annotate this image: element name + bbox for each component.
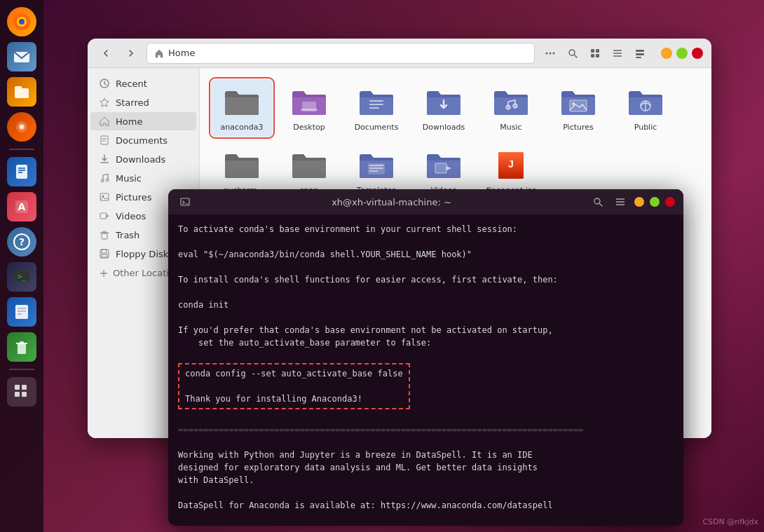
svg-line-84	[600, 204, 603, 207]
taskbar-writer[interactable]	[7, 157, 36, 186]
video-icon	[99, 210, 110, 221]
svg-rect-7	[16, 165, 27, 179]
taskbar-software[interactable]: A	[7, 192, 36, 221]
terminal-highlight-box: conda config --set auto_activate_base fa…	[178, 363, 410, 409]
taskbar-trash[interactable]	[7, 332, 36, 362]
term-line-7: conda config --set auto_activate_base fa…	[185, 367, 403, 380]
folder-icon-videos	[425, 146, 462, 183]
sidebar-item-recent[interactable]: Recent	[90, 74, 196, 93]
svg-text:J: J	[508, 158, 514, 170]
maximize-button[interactable]	[676, 48, 688, 59]
taskbar-mail[interactable]	[7, 42, 36, 71]
file-label-anaconda3: anaconda3	[221, 123, 264, 132]
file-item-documents[interactable]: Documents	[346, 79, 407, 137]
clock-icon	[99, 78, 110, 89]
file-label-music: Music	[500, 123, 521, 132]
taskbar-terminal[interactable]: >_	[7, 262, 36, 292]
svg-rect-42	[636, 57, 641, 58]
home-sidebar-icon	[99, 116, 110, 127]
taskbar-sound[interactable]	[7, 112, 36, 142]
svg-point-2	[19, 19, 25, 25]
taskbar-files[interactable]	[7, 77, 36, 107]
svg-marker-44	[100, 98, 109, 107]
svg-rect-67	[369, 107, 379, 109]
svg-rect-65	[369, 100, 383, 102]
file-label-desktop: Desktop	[293, 123, 325, 132]
terminal-icon-button[interactable]	[177, 193, 193, 210]
svg-line-32	[575, 55, 578, 57]
term-line-2: eval "$(~/anaconda3/bin/conda shell.YOUR…	[178, 248, 674, 261]
terminal-close[interactable]	[665, 197, 675, 207]
folder-icon-downloads	[425, 83, 462, 120]
svg-text:>_: >_	[18, 273, 27, 281]
nav-back-button[interactable]	[96, 43, 116, 63]
svg-rect-36	[596, 54, 599, 57]
java-file-icon: J	[493, 146, 529, 183]
svg-rect-45	[101, 136, 108, 144]
term-line-3: To install conda's shell functions for e…	[178, 273, 674, 286]
trash-icon	[99, 229, 110, 240]
terminal-body[interactable]: To activate conda's base environment in …	[168, 214, 683, 526]
sidebar-item-documents[interactable]: Documents	[90, 131, 196, 149]
term-line-9: Working with Python and Jupyter is a bre…	[178, 449, 674, 461]
file-manager-titlebar: Home	[88, 39, 711, 68]
svg-rect-66	[369, 104, 383, 105]
sidebar-item-starred[interactable]: Starred	[90, 93, 196, 111]
terminal-minimize[interactable]	[634, 197, 644, 207]
taskbar-notes[interactable]	[7, 297, 36, 327]
folder-icon-pictures	[560, 83, 596, 120]
file-item-desktop[interactable]: Desktop	[278, 79, 340, 137]
file-item-anaconda3[interactable]: anaconda3	[211, 79, 273, 137]
list-view-button[interactable]	[630, 43, 650, 63]
svg-rect-17	[15, 305, 28, 319]
sidebar-item-downloads[interactable]: Downloads	[90, 150, 196, 168]
close-button[interactable]	[692, 48, 703, 59]
window-controls	[661, 48, 703, 59]
term-line-6: set the auto_activate_base parameter to …	[178, 336, 674, 349]
taskbar-show-apps[interactable]	[7, 377, 36, 407]
term-line-12: DataSpell for Anaconda is available at: …	[178, 499, 674, 512]
search-button[interactable]	[563, 43, 582, 63]
file-label-downloads: Downloads	[423, 123, 465, 132]
taskbar-help[interactable]: ?	[7, 227, 36, 257]
minimize-button[interactable]	[661, 48, 672, 59]
term-line-5: If you'd prefer that conda's base enviro…	[178, 324, 674, 336]
file-item-pictures[interactable]: Pictures	[547, 79, 609, 137]
terminal-menu-button[interactable]	[612, 193, 629, 210]
folder-icon-pycharm	[224, 146, 260, 183]
file-item-music[interactable]: Music	[480, 79, 542, 137]
taskbar-divider-1	[9, 149, 34, 150]
toolbar-icons	[540, 43, 650, 63]
view-toggle-button[interactable]	[608, 43, 627, 63]
sidebar-item-home[interactable]: Home	[90, 112, 196, 130]
sidebar-item-music[interactable]: Music	[90, 169, 196, 187]
file-item-downloads[interactable]: Downloads	[413, 79, 475, 137]
svg-rect-51	[100, 193, 109, 200]
svg-point-28	[546, 52, 548, 54]
taskbar-firefox[interactable]	[7, 7, 36, 36]
svg-text:A: A	[18, 201, 26, 212]
folder-icon-desktop	[291, 83, 327, 120]
svg-rect-59	[102, 250, 107, 253]
download-icon	[99, 154, 110, 165]
grid-view-button[interactable]	[585, 43, 605, 63]
home-icon	[154, 48, 164, 58]
svg-rect-21	[18, 344, 26, 354]
svg-rect-41	[636, 53, 644, 55]
folder-icon-snap	[291, 146, 327, 183]
file-item-public[interactable]: Public	[615, 79, 676, 137]
svg-point-29	[550, 52, 552, 54]
options-button[interactable]	[540, 43, 560, 63]
terminal-search-button[interactable]	[589, 193, 606, 210]
nav-forward-button[interactable]	[121, 43, 141, 63]
terminal-window: xh@xh-virtual-machine: ~ To activate con…	[168, 189, 683, 526]
svg-rect-57	[103, 231, 106, 233]
terminal-maximize[interactable]	[650, 197, 660, 207]
term-separator: ========================================…	[178, 423, 674, 436]
svg-rect-26	[15, 392, 20, 397]
floppy-icon	[99, 248, 110, 259]
address-bar[interactable]: Home	[146, 43, 535, 64]
taskbar-divider-2	[9, 369, 34, 370]
svg-rect-76	[435, 163, 446, 173]
term-line-10: designed for exploratory data analysis a…	[178, 461, 674, 474]
